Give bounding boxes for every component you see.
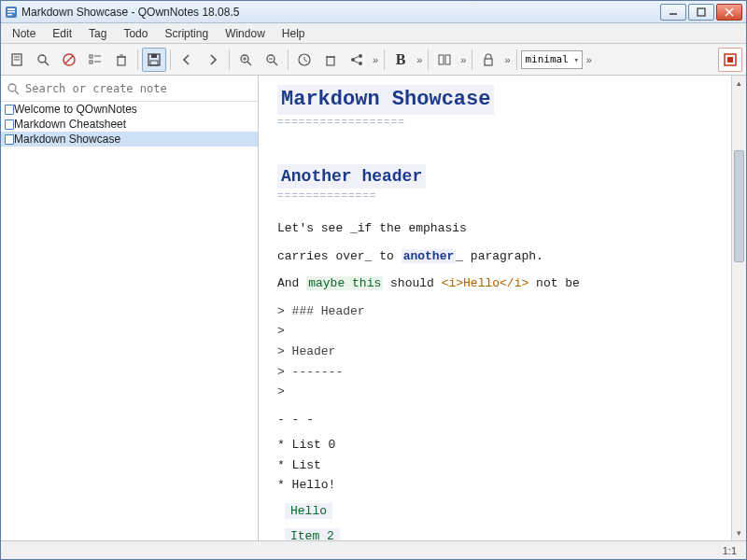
list-item-line: * List (277, 457, 718, 474)
vertical-scrollbar[interactable]: ▴ ▾ (731, 76, 746, 540)
editor-wrap: Markdown Showcase ================== Ano… (259, 76, 746, 540)
toolbar-separator (170, 49, 171, 70)
editor-line: - - - (277, 412, 718, 428)
menu-window[interactable]: Window (218, 25, 273, 42)
window-titlebar[interactable]: Markdown Showcase - QOwnNotes 18.08.5 (1, 1, 746, 23)
toolbar-separator (472, 49, 472, 70)
window-controls (660, 4, 742, 21)
new-note-button[interactable] (5, 48, 29, 72)
menu-todo[interactable]: Todo (116, 25, 155, 42)
overflow-icon[interactable]: » (415, 54, 424, 65)
heading-underline: ============== (277, 189, 718, 203)
svg-line-14 (65, 56, 73, 63)
overflow-icon[interactable]: » (371, 54, 380, 65)
window-title: Markdown Showcase - QOwnNotes 18.08.5 (21, 6, 660, 19)
history-button[interactable] (292, 48, 317, 72)
toolbar: » B » » » minimal » (1, 44, 746, 76)
distraction-free-button[interactable] (718, 48, 742, 72)
toolbar-separator (384, 49, 385, 70)
menu-tag[interactable]: Tag (81, 25, 114, 42)
menu-scripting[interactable]: Scripting (157, 25, 216, 42)
svg-rect-2 (7, 11, 15, 13)
code-line: Item 2 (277, 528, 718, 540)
svg-line-26 (247, 62, 251, 65)
maximize-button[interactable] (688, 4, 714, 21)
note-item[interactable]: Markdown Cheatsheet (1, 117, 258, 132)
svg-point-11 (38, 55, 46, 63)
checklist-button[interactable] (83, 48, 107, 72)
schema-dropdown[interactable]: minimal (521, 50, 583, 69)
svg-rect-35 (327, 57, 334, 65)
minimize-button[interactable] (660, 4, 686, 21)
svg-rect-46 (727, 57, 733, 63)
heading-1: Markdown Showcase (277, 85, 494, 115)
svg-line-12 (45, 62, 49, 65)
trash-button[interactable] (109, 48, 134, 72)
search-row (1, 76, 258, 102)
scroll-up-icon[interactable]: ▴ (732, 76, 746, 91)
blockquote-line: > (277, 323, 718, 340)
menu-help[interactable]: Help (275, 25, 313, 42)
svg-point-47 (8, 84, 16, 91)
overflow-icon[interactable]: » (502, 54, 512, 65)
list-item-line: * Hello! (277, 477, 718, 494)
zoom-in-button[interactable] (233, 48, 258, 72)
search-input[interactable] (25, 82, 252, 95)
svg-line-48 (15, 91, 19, 94)
share-button[interactable] (345, 48, 369, 72)
svg-rect-15 (90, 55, 92, 58)
close-button[interactable] (716, 4, 742, 21)
forward-button[interactable] (201, 48, 225, 72)
svg-rect-42 (439, 55, 444, 64)
svg-rect-19 (118, 57, 125, 65)
zoom-out-button[interactable] (260, 48, 284, 72)
back-button[interactable] (175, 48, 199, 72)
toolbar-separator (229, 49, 230, 70)
scroll-thumb[interactable] (734, 150, 744, 262)
toolbar-separator (516, 49, 517, 70)
status-bar: 1:1 (1, 540, 746, 559)
bold-button[interactable]: B (388, 48, 413, 72)
lock-button[interactable] (476, 48, 500, 72)
svg-rect-17 (90, 61, 92, 63)
toolbar-separator (137, 49, 138, 70)
svg-line-40 (354, 56, 359, 59)
svg-rect-23 (151, 54, 157, 58)
toolbar-separator (428, 49, 429, 70)
editor-line: carries over_ to another_ paragraph. (277, 248, 718, 265)
note-item[interactable]: Markdown Showcase (1, 132, 258, 147)
menu-note[interactable]: Note (5, 25, 43, 42)
overflow-icon[interactable]: » (585, 54, 594, 65)
app-icon (5, 6, 18, 19)
save-button[interactable] (142, 48, 166, 72)
app-window: Markdown Showcase - QOwnNotes 18.08.5 No… (0, 0, 747, 560)
search-icon (7, 82, 20, 95)
svg-rect-44 (485, 59, 492, 65)
markdown-editor[interactable]: Markdown Showcase ================== Ano… (259, 76, 731, 540)
menu-bar: Note Edit Tag Todo Scripting Window Help (1, 23, 746, 44)
code-line: Hello (277, 503, 718, 520)
svg-line-30 (274, 62, 277, 65)
blockquote-line: > Header (277, 343, 718, 360)
svg-rect-5 (698, 8, 705, 16)
trash2-button[interactable] (318, 48, 343, 72)
panel-button[interactable] (432, 48, 457, 72)
svg-rect-3 (7, 14, 12, 16)
svg-rect-24 (150, 61, 158, 65)
search-button[interactable] (31, 48, 55, 72)
svg-rect-1 (7, 8, 15, 10)
blockquote-line: > ### Header (277, 303, 718, 320)
forbidden-button[interactable] (57, 48, 81, 72)
scroll-down-icon[interactable]: ▾ (732, 525, 746, 540)
editor-line: Let's see _if the emphasis (277, 220, 718, 237)
body-area: Welcome to QOwnNotes Markdown Cheatsheet… (1, 76, 746, 540)
heading-2: Another header (277, 164, 426, 189)
list-item-line: * List 0 (277, 437, 718, 454)
menu-edit[interactable]: Edit (45, 25, 79, 42)
svg-line-41 (354, 61, 359, 63)
note-list: Welcome to QOwnNotes Markdown Cheatsheet… (1, 102, 258, 540)
toolbar-separator (288, 49, 289, 70)
note-item[interactable]: Welcome to QOwnNotes (1, 102, 258, 117)
overflow-icon[interactable]: » (458, 54, 468, 65)
blockquote-line: > ------- (277, 364, 718, 381)
